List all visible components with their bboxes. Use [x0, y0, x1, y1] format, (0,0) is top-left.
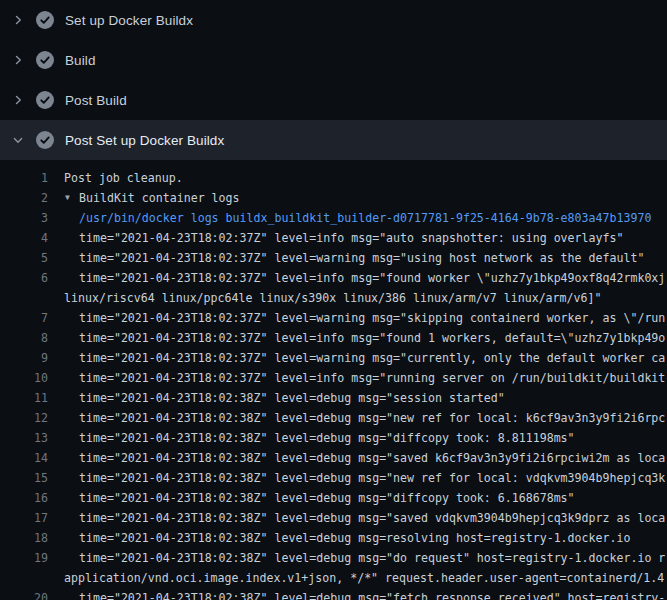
steps-list: Set up Docker Buildx Build	[0, 0, 667, 160]
log-viewer: 1 ▼ Post job cleanup. 2 ▼ BuildKit conta…	[0, 168, 667, 600]
line-number[interactable]: 6	[0, 268, 48, 288]
line-number[interactable]: 9	[0, 348, 48, 368]
step-label: Set up Docker Buildx	[65, 13, 193, 28]
log-text: time="2021-04-23T18:02:37Z" level=info m…	[79, 268, 665, 288]
step-header-build[interactable]: Build	[0, 40, 667, 80]
log-line: 8 ▼ time="2021-04-23T18:02:37Z" level=in…	[0, 328, 667, 348]
line-number[interactable]: 17	[0, 508, 48, 528]
line-number[interactable]: 16	[0, 488, 48, 508]
log-line: 2 ▼ BuildKit container logs	[0, 188, 667, 208]
log-line: 3 ▼ /usr/bin/docker logs buildx_buildkit…	[0, 208, 667, 228]
log-text: time="2021-04-23T18:02:37Z" level=info m…	[79, 328, 665, 348]
line-number	[0, 568, 48, 588]
line-number[interactable]: 4	[0, 228, 48, 248]
log-line: 5 ▼ time="2021-04-23T18:02:37Z" level=wa…	[0, 248, 667, 268]
log-line: 11 ▼ time="2021-04-23T18:02:38Z" level=d…	[0, 388, 667, 408]
line-number[interactable]: 13	[0, 428, 48, 448]
step-label: Post Build	[65, 93, 127, 108]
log-text: time="2021-04-23T18:02:37Z" level=warnin…	[79, 248, 644, 268]
log-line: 9 ▼ time="2021-04-23T18:02:37Z" level=wa…	[0, 348, 667, 368]
log-text: time="2021-04-23T18:02:38Z" level=debug …	[79, 408, 665, 428]
check-circle-icon	[36, 131, 54, 149]
line-number[interactable]: 1	[0, 168, 48, 188]
log-text: time="2021-04-23T18:02:38Z" level=debug …	[79, 468, 665, 488]
log-text: application/vnd.oci.image.index.v1+json,…	[64, 568, 664, 588]
log-text: time="2021-04-23T18:02:37Z" level=warnin…	[79, 308, 665, 328]
log-text: time="2021-04-23T18:02:38Z" level=debug …	[79, 508, 665, 528]
step-header-set-up-docker-buildx[interactable]: Set up Docker Buildx	[0, 0, 667, 40]
chevron-right-icon	[12, 94, 24, 106]
log-line: 4 ▼ time="2021-04-23T18:02:37Z" level=in…	[0, 228, 667, 248]
check-circle-icon	[36, 11, 54, 29]
log-line: 12 ▼ time="2021-04-23T18:02:38Z" level=d…	[0, 408, 667, 428]
check-circle-icon	[36, 51, 54, 69]
log-text: linux/riscv64 linux/ppc64le linux/s390x …	[64, 288, 601, 308]
log-text: time="2021-04-23T18:02:38Z" level=debug …	[79, 388, 505, 408]
triangle-down-icon: ▼	[65, 188, 75, 208]
log-line: 17 ▼ time="2021-04-23T18:02:38Z" level=d…	[0, 508, 667, 528]
chevron-right-icon	[12, 54, 24, 66]
line-number[interactable]: 8	[0, 328, 48, 348]
check-circle-icon	[36, 91, 54, 109]
line-number[interactable]: 15	[0, 468, 48, 488]
log-line: 7 ▼ time="2021-04-23T18:02:37Z" level=wa…	[0, 308, 667, 328]
log-line: ▼ application/vnd.oci.image.index.v1+jso…	[0, 568, 667, 588]
step-label: Build	[65, 53, 96, 68]
line-number[interactable]: 3	[0, 208, 48, 228]
log-line: 16 ▼ time="2021-04-23T18:02:38Z" level=d…	[0, 488, 667, 508]
step-header-post-build[interactable]: Post Build	[0, 80, 667, 120]
log-text: time="2021-04-23T18:02:37Z" level=info m…	[79, 228, 623, 248]
log-text: time="2021-04-23T18:02:38Z" level=debug …	[79, 548, 665, 568]
log-text: time="2021-04-23T18:02:38Z" level=debug …	[79, 528, 630, 548]
chevron-down-icon	[12, 134, 24, 146]
line-number[interactable]: 14	[0, 448, 48, 468]
log-line: 20 ▼ time="2021-04-23T18:02:38Z" level=d…	[0, 588, 667, 600]
step-header-post-set-up-docker-buildx[interactable]: Post Set up Docker Buildx	[0, 120, 667, 160]
line-number[interactable]: 2	[0, 188, 48, 208]
line-number[interactable]: 12	[0, 408, 48, 428]
line-number[interactable]: 10	[0, 368, 48, 388]
log-text: time="2021-04-23T18:02:37Z" level=warnin…	[79, 348, 665, 368]
step-label: Post Set up Docker Buildx	[65, 133, 224, 148]
log-line: 1 ▼ Post job cleanup.	[0, 168, 667, 188]
log-command-text: /usr/bin/docker logs buildx_buildkit_bui…	[79, 208, 651, 228]
line-number[interactable]: 5	[0, 248, 48, 268]
line-number[interactable]: 20	[0, 588, 48, 600]
chevron-right-icon	[12, 14, 24, 26]
log-text: time="2021-04-23T18:02:38Z" level=debug …	[79, 448, 665, 468]
log-text: time="2021-04-23T18:02:38Z" level=debug …	[79, 588, 665, 600]
log-line: 19 ▼ time="2021-04-23T18:02:38Z" level=d…	[0, 548, 667, 568]
line-number[interactable]: 18	[0, 528, 48, 548]
log-text: time="2021-04-23T18:02:37Z" level=info m…	[79, 368, 665, 388]
line-number[interactable]: 11	[0, 388, 48, 408]
log-line: 18 ▼ time="2021-04-23T18:02:38Z" level=d…	[0, 528, 667, 548]
line-number[interactable]: 7	[0, 308, 48, 328]
line-number[interactable]: 19	[0, 548, 48, 568]
log-text: time="2021-04-23T18:02:38Z" level=debug …	[79, 428, 575, 448]
log-line: 10 ▼ time="2021-04-23T18:02:37Z" level=i…	[0, 368, 667, 388]
log-line: ▼ linux/riscv64 linux/ppc64le linux/s390…	[0, 288, 667, 308]
log-line: 15 ▼ time="2021-04-23T18:02:38Z" level=d…	[0, 468, 667, 488]
log-line: 14 ▼ time="2021-04-23T18:02:38Z" level=d…	[0, 448, 667, 468]
log-text: Post job cleanup.	[64, 168, 183, 188]
log-text: time="2021-04-23T18:02:38Z" level=debug …	[79, 488, 575, 508]
log-group-toggle[interactable]: BuildKit container logs	[79, 188, 240, 208]
log-line: 6 ▼ time="2021-04-23T18:02:37Z" level=in…	[0, 268, 667, 288]
log-line: 13 ▼ time="2021-04-23T18:02:38Z" level=d…	[0, 428, 667, 448]
line-number	[0, 288, 48, 308]
